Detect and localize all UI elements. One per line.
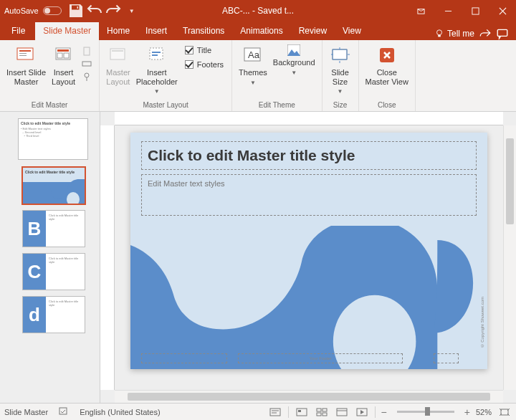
save-button[interactable]: [67, 2, 85, 19]
title-placeholder[interactable]: Click to edit Master title style: [141, 141, 477, 170]
svg-rect-33: [270, 409, 280, 416]
zoom-slider[interactable]: [397, 411, 454, 413]
sorter-view-button[interactable]: [315, 406, 329, 418]
svg-rect-21: [112, 50, 123, 52]
rename-button[interactable]: [81, 58, 92, 70]
group-close: Close Master View Close: [359, 40, 416, 111]
svg-rect-45: [501, 409, 508, 415]
svg-rect-7: [497, 29, 507, 36]
horizontal-scrollbar[interactable]: [115, 390, 503, 403]
preserve-button[interactable]: [81, 71, 92, 82]
slide-master-icon: [15, 44, 38, 67]
svg-rect-23: [152, 52, 161, 53]
svg-rect-10: [19, 53, 27, 54]
slide[interactable]: Click to edit Master title style Edit Ma…: [130, 133, 487, 369]
pin-icon: [81, 71, 92, 82]
svg-rect-41: [322, 413, 327, 416]
copyright-text: © Copyright Showeet.com: [480, 297, 484, 348]
themes-icon: Aa: [242, 44, 264, 67]
window-controls: [407, 0, 516, 22]
svg-rect-13: [57, 49, 69, 52]
slideshow-button[interactable]: [355, 406, 369, 418]
themes-button[interactable]: Aa Themes▼: [236, 42, 270, 87]
status-mode[interactable]: Slide Master: [4, 408, 48, 416]
vertical-ruler[interactable]: [100, 125, 115, 390]
thumb-layout-3[interactable]: CClick to edit Master title style: [23, 254, 85, 290]
horizontal-ruler[interactable]: [115, 112, 503, 125]
thumb-master[interactable]: Click to edit Master title style • Edit …: [19, 119, 87, 159]
date-placeholder[interactable]: [141, 353, 227, 363]
notes-button[interactable]: [268, 406, 282, 418]
body-placeholder[interactable]: Edit Master text styles: [141, 174, 477, 216]
share-button[interactable]: [479, 27, 492, 40]
master-layout-icon: [107, 44, 130, 67]
layout-icon: [52, 44, 75, 67]
insert-slide-master-button[interactable]: Insert Slide Master: [4, 42, 49, 87]
tab-file[interactable]: File: [1, 22, 35, 40]
group-edit-master: Insert Slide Master Insert Layout Edit M…: [0, 40, 100, 111]
comments-button[interactable]: [496, 27, 509, 40]
svg-rect-2: [472, 7, 478, 14]
tab-review[interactable]: Review: [291, 22, 335, 40]
maximize-button[interactable]: [462, 0, 489, 22]
delete-icon: [81, 45, 92, 57]
zoom-out-button[interactable]: −: [381, 406, 387, 418]
svg-rect-32: [59, 408, 67, 414]
thumb-layout-1[interactable]: Click to edit Master title style: [23, 168, 85, 204]
slide-size-icon: [329, 44, 352, 67]
svg-rect-22: [150, 48, 163, 59]
undo-button[interactable]: [86, 2, 103, 19]
vertical-scrollbar[interactable]: [503, 125, 516, 390]
svg-point-5: [436, 30, 441, 35]
autosave-toggle[interactable]: AutoSave: [4, 6, 62, 15]
tab-transitions[interactable]: Transitions: [175, 22, 232, 40]
thumb-layout-2[interactable]: BClick to edit Master title style: [23, 211, 85, 247]
tab-insert[interactable]: Insert: [138, 22, 175, 40]
thumbnail-panel[interactable]: Click to edit Master title style • Edit …: [0, 112, 100, 403]
zoom-level[interactable]: 52%: [476, 408, 492, 416]
thumb-layout-4[interactable]: dClick to edit Master title style: [23, 297, 85, 333]
insert-layout-button[interactable]: Insert Layout: [49, 42, 78, 87]
footer-placeholder[interactable]: Your Footer: [238, 353, 403, 363]
fit-to-window-button[interactable]: [497, 406, 512, 418]
autosave-label: AutoSave: [4, 6, 39, 15]
decorative-shape: [130, 226, 487, 369]
title-bar: AutoSave ▼ ABC-... - Saved t...: [0, 0, 516, 22]
tab-slide-master[interactable]: Slide Master: [35, 22, 99, 40]
close-master-view-button[interactable]: Close Master View: [363, 42, 411, 87]
normal-view-button[interactable]: [295, 406, 309, 418]
slide-size-button[interactable]: Slide Size▼: [326, 42, 355, 96]
svg-text:Aa: Aa: [248, 49, 260, 60]
insert-placeholder-button[interactable]: Insert Placeholder▼: [133, 42, 181, 96]
svg-rect-9: [19, 50, 31, 52]
background-icon: [282, 44, 305, 57]
status-language[interactable]: English (United States): [80, 408, 161, 416]
tab-animations[interactable]: Animations: [232, 22, 290, 40]
svg-rect-6: [438, 35, 441, 37]
checkbox-checked-icon: [185, 60, 194, 69]
ribbon: Insert Slide Master Insert Layout Edit M…: [0, 40, 516, 112]
delete-button[interactable]: [81, 45, 92, 57]
minimize-button[interactable]: [434, 0, 462, 22]
ribbon-tabs: File Slide Master Home Insert Transition…: [0, 22, 516, 40]
qat-dropdown[interactable]: ▼: [123, 2, 140, 19]
group-edit-theme: Aa Themes▼ Background▼ Edit Theme: [232, 40, 322, 111]
spellcheck-icon[interactable]: [58, 406, 70, 418]
tell-me-button[interactable]: Tell me: [434, 29, 474, 39]
reading-view-button[interactable]: [335, 406, 349, 418]
title-checkbox[interactable]: Title: [183, 44, 225, 57]
slide-number-placeholder[interactable]: [434, 353, 459, 363]
footers-checkbox[interactable]: Footers: [183, 58, 225, 71]
master-layout-button: Master Layout: [103, 42, 133, 87]
ribbon-options-button[interactable]: [407, 0, 434, 22]
zoom-in-button[interactable]: +: [464, 406, 470, 418]
close-button[interactable]: [489, 0, 516, 22]
tab-home[interactable]: Home: [99, 22, 138, 40]
svg-rect-37: [298, 410, 301, 412]
redo-button[interactable]: [105, 2, 122, 19]
slide-canvas-area: Click to edit Master title style Edit Ma…: [100, 112, 516, 403]
canvas-scroll-area[interactable]: Click to edit Master title style Edit Ma…: [115, 125, 503, 390]
tab-view[interactable]: View: [335, 22, 369, 40]
svg-rect-11: [19, 55, 27, 56]
background-button[interactable]: Background▼: [270, 42, 318, 77]
